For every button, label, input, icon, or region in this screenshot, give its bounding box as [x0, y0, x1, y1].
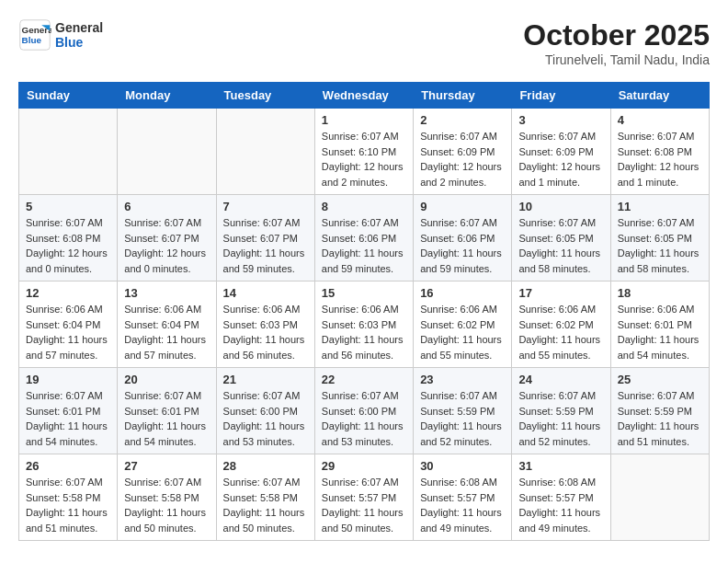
page-header: General Blue General Blue October 2025 T… — [18, 18, 710, 67]
day-info: Sunrise: 6:08 AM Sunset: 5:57 PM Dayligh… — [518, 475, 603, 535]
weekday-header-cell: Friday — [512, 83, 610, 109]
weekday-header-cell: Saturday — [610, 83, 709, 109]
day-number: 5 — [26, 200, 110, 213]
day-info: Sunrise: 6:07 AM Sunset: 6:05 PM Dayligh… — [518, 215, 603, 276]
calendar-day-cell: 31Sunrise: 6:08 AM Sunset: 5:57 PM Dayli… — [512, 454, 610, 541]
day-info: Sunrise: 6:07 AM Sunset: 6:00 PM Dayligh… — [223, 388, 308, 449]
day-number: 6 — [124, 200, 209, 213]
day-number: 22 — [322, 373, 406, 386]
calendar-week-row: 19Sunrise: 6:07 AM Sunset: 6:01 PM Dayli… — [19, 368, 710, 454]
logo-text-general: General — [55, 20, 103, 35]
day-number: 12 — [26, 286, 110, 300]
logo-icon: General Blue — [18, 18, 51, 52]
day-info: Sunrise: 6:07 AM Sunset: 6:06 PM Dayligh… — [322, 215, 406, 276]
calendar-day-cell: 30Sunrise: 6:08 AM Sunset: 5:57 PM Dayli… — [414, 454, 512, 541]
calendar-day-cell: 21Sunrise: 6:07 AM Sunset: 6:00 PM Dayli… — [216, 368, 314, 454]
day-info: Sunrise: 6:06 AM Sunset: 6:03 PM Dayligh… — [223, 302, 308, 362]
calendar-day-cell: 2Sunrise: 6:07 AM Sunset: 6:09 PM Daylig… — [414, 109, 512, 195]
day-info: Sunrise: 6:07 AM Sunset: 5:58 PM Dayligh… — [26, 475, 110, 535]
day-info: Sunrise: 6:07 AM Sunset: 6:07 PM Dayligh… — [124, 215, 209, 276]
calendar-day-cell — [216, 109, 314, 195]
day-info: Sunrise: 6:07 AM Sunset: 5:57 PM Dayligh… — [322, 475, 406, 535]
day-info: Sunrise: 6:07 AM Sunset: 5:59 PM Dayligh… — [420, 388, 505, 449]
day-info: Sunrise: 6:07 AM Sunset: 6:10 PM Dayligh… — [322, 129, 406, 190]
calendar-day-cell: 12Sunrise: 6:06 AM Sunset: 6:04 PM Dayli… — [19, 282, 118, 368]
calendar-day-cell: 3Sunrise: 6:07 AM Sunset: 6:09 PM Daylig… — [512, 109, 610, 195]
day-info: Sunrise: 6:06 AM Sunset: 6:01 PM Dayligh… — [618, 302, 702, 362]
logo-text-blue: Blue — [55, 35, 103, 50]
day-number: 20 — [124, 373, 209, 386]
weekday-header-cell: Tuesday — [216, 83, 314, 109]
weekday-header-row: SundayMondayTuesdayWednesdayThursdayFrid… — [19, 83, 710, 109]
calendar-day-cell: 18Sunrise: 6:06 AM Sunset: 6:01 PM Dayli… — [610, 282, 709, 368]
day-info: Sunrise: 6:07 AM Sunset: 6:06 PM Dayligh… — [420, 215, 505, 276]
title-area: October 2025 Tirunelveli, Tamil Nadu, In… — [523, 18, 710, 67]
calendar-day-cell: 6Sunrise: 6:07 AM Sunset: 6:07 PM Daylig… — [118, 195, 216, 282]
day-info: Sunrise: 6:06 AM Sunset: 6:04 PM Dayligh… — [26, 302, 110, 362]
calendar-body: 1Sunrise: 6:07 AM Sunset: 6:10 PM Daylig… — [19, 109, 710, 541]
weekday-header-cell: Sunday — [19, 83, 118, 109]
calendar-day-cell: 11Sunrise: 6:07 AM Sunset: 6:05 PM Dayli… — [610, 195, 709, 282]
day-info: Sunrise: 6:08 AM Sunset: 5:57 PM Dayligh… — [420, 475, 505, 535]
calendar-day-cell: 16Sunrise: 6:06 AM Sunset: 6:02 PM Dayli… — [414, 282, 512, 368]
day-number: 28 — [223, 459, 308, 473]
svg-text:Blue: Blue — [22, 35, 42, 45]
calendar-day-cell: 8Sunrise: 6:07 AM Sunset: 6:06 PM Daylig… — [314, 195, 413, 282]
calendar-day-cell: 15Sunrise: 6:06 AM Sunset: 6:03 PM Dayli… — [314, 282, 413, 368]
day-info: Sunrise: 6:07 AM Sunset: 5:59 PM Dayligh… — [518, 388, 603, 449]
day-info: Sunrise: 6:07 AM Sunset: 5:58 PM Dayligh… — [223, 475, 308, 535]
day-info: Sunrise: 6:07 AM Sunset: 6:01 PM Dayligh… — [124, 388, 209, 449]
day-number: 7 — [223, 200, 308, 213]
day-info: Sunrise: 6:07 AM Sunset: 6:08 PM Dayligh… — [26, 215, 110, 276]
calendar-day-cell: 10Sunrise: 6:07 AM Sunset: 6:05 PM Dayli… — [512, 195, 610, 282]
day-number: 9 — [420, 200, 505, 213]
day-number: 31 — [518, 459, 603, 473]
weekday-header-cell: Wednesday — [314, 83, 413, 109]
month-title: October 2025 — [523, 18, 710, 52]
day-info: Sunrise: 6:06 AM Sunset: 6:02 PM Dayligh… — [420, 302, 505, 362]
calendar-day-cell: 9Sunrise: 6:07 AM Sunset: 6:06 PM Daylig… — [414, 195, 512, 282]
day-number: 25 — [618, 373, 702, 386]
calendar-day-cell — [610, 454, 709, 541]
day-info: Sunrise: 6:06 AM Sunset: 6:04 PM Dayligh… — [124, 302, 209, 362]
day-number: 18 — [618, 286, 702, 300]
day-number: 4 — [618, 113, 702, 127]
day-info: Sunrise: 6:07 AM Sunset: 6:08 PM Dayligh… — [618, 129, 702, 190]
day-info: Sunrise: 6:07 AM Sunset: 5:58 PM Dayligh… — [124, 475, 209, 535]
day-info: Sunrise: 6:07 AM Sunset: 6:05 PM Dayligh… — [618, 215, 702, 276]
day-info: Sunrise: 6:07 AM Sunset: 6:01 PM Dayligh… — [26, 388, 110, 449]
calendar-day-cell: 27Sunrise: 6:07 AM Sunset: 5:58 PM Dayli… — [118, 454, 216, 541]
day-number: 16 — [420, 286, 505, 300]
day-number: 23 — [420, 373, 505, 386]
weekday-header-cell: Thursday — [414, 83, 512, 109]
calendar-day-cell — [118, 109, 216, 195]
calendar-day-cell: 1Sunrise: 6:07 AM Sunset: 6:10 PM Daylig… — [314, 109, 413, 195]
calendar-day-cell: 24Sunrise: 6:07 AM Sunset: 5:59 PM Dayli… — [512, 368, 610, 454]
calendar-week-row: 1Sunrise: 6:07 AM Sunset: 6:10 PM Daylig… — [19, 109, 710, 195]
calendar-week-row: 26Sunrise: 6:07 AM Sunset: 5:58 PM Dayli… — [19, 454, 710, 541]
calendar-day-cell: 22Sunrise: 6:07 AM Sunset: 6:00 PM Dayli… — [314, 368, 413, 454]
day-number: 15 — [322, 286, 406, 300]
logo: General Blue General Blue — [18, 18, 103, 52]
day-number: 10 — [518, 200, 603, 213]
calendar-day-cell: 7Sunrise: 6:07 AM Sunset: 6:07 PM Daylig… — [216, 195, 314, 282]
location: Tirunelveli, Tamil Nadu, India — [523, 52, 710, 67]
day-number: 3 — [518, 113, 603, 127]
day-info: Sunrise: 6:06 AM Sunset: 6:03 PM Dayligh… — [322, 302, 406, 362]
calendar-day-cell: 29Sunrise: 6:07 AM Sunset: 5:57 PM Dayli… — [314, 454, 413, 541]
day-number: 24 — [518, 373, 603, 386]
calendar-day-cell: 13Sunrise: 6:06 AM Sunset: 6:04 PM Dayli… — [118, 282, 216, 368]
calendar-day-cell: 25Sunrise: 6:07 AM Sunset: 5:59 PM Dayli… — [610, 368, 709, 454]
day-info: Sunrise: 6:06 AM Sunset: 6:02 PM Dayligh… — [518, 302, 603, 362]
day-number: 21 — [223, 373, 308, 386]
calendar-day-cell: 23Sunrise: 6:07 AM Sunset: 5:59 PM Dayli… — [414, 368, 512, 454]
day-number: 14 — [223, 286, 308, 300]
calendar-day-cell: 14Sunrise: 6:06 AM Sunset: 6:03 PM Dayli… — [216, 282, 314, 368]
day-number: 2 — [420, 113, 505, 127]
day-number: 26 — [26, 459, 110, 473]
day-number: 8 — [322, 200, 406, 213]
calendar-day-cell: 5Sunrise: 6:07 AM Sunset: 6:08 PM Daylig… — [19, 195, 118, 282]
day-number: 27 — [124, 459, 209, 473]
calendar-week-row: 5Sunrise: 6:07 AM Sunset: 6:08 PM Daylig… — [19, 195, 710, 282]
day-number: 13 — [124, 286, 209, 300]
